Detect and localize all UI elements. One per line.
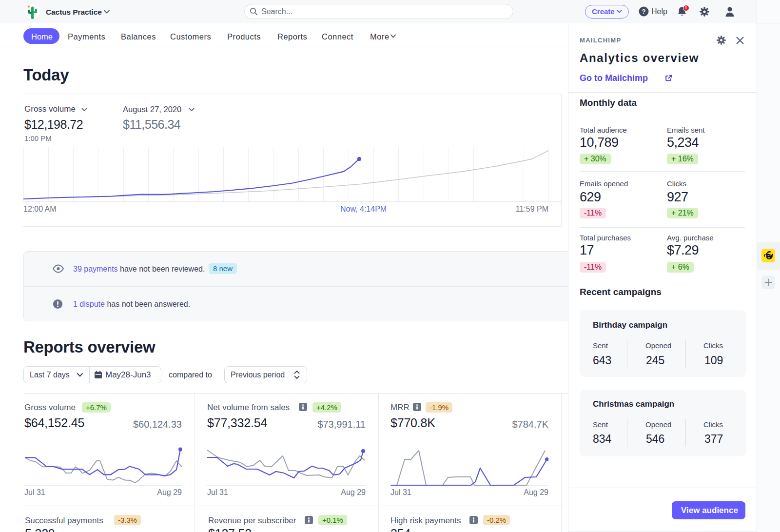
svg-text:?: ? <box>642 8 646 15</box>
